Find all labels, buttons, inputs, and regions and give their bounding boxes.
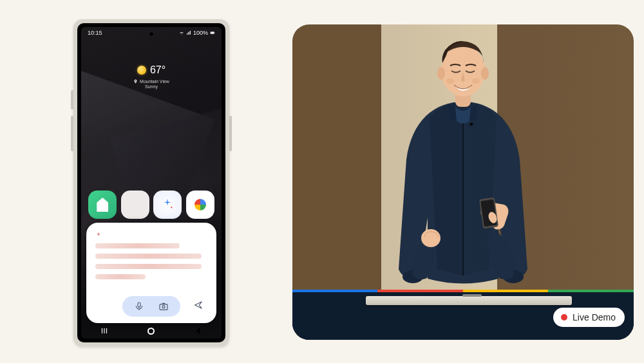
live-demo-badge: Live Demo bbox=[553, 308, 625, 327]
presenter-figure bbox=[366, 24, 560, 301]
nav-back-button[interactable] bbox=[193, 326, 204, 336]
svg-rect-3 bbox=[160, 304, 167, 310]
assistant-actions bbox=[95, 296, 207, 317]
record-dot-icon bbox=[561, 314, 567, 321]
weather-location: Mountain View bbox=[140, 79, 169, 84]
weather-widget[interactable]: 67° Mountain View Sunny bbox=[81, 64, 222, 89]
svg-point-16 bbox=[472, 79, 480, 84]
ai-assistant-app-icon[interactable] bbox=[153, 191, 182, 219]
health-app-icon[interactable] bbox=[88, 191, 117, 219]
live-demo-label: Live Demo bbox=[573, 312, 616, 322]
stage-panel: Live Demo bbox=[292, 24, 634, 340]
volume-down-button[interactable] bbox=[71, 116, 73, 151]
weather-condition: Sunny bbox=[81, 84, 222, 89]
camera-icon[interactable] bbox=[158, 301, 169, 312]
send-button[interactable] bbox=[193, 300, 204, 313]
phone-frame: 10:15 100% 67° Mountain View Su bbox=[73, 19, 229, 346]
mic-icon[interactable] bbox=[134, 301, 144, 312]
nav-home-button[interactable] bbox=[146, 326, 156, 336]
android-nav-bar bbox=[81, 324, 222, 337]
sparkle-icon bbox=[95, 232, 102, 238]
sun-icon bbox=[137, 66, 146, 75]
nav-recent-button[interactable] bbox=[99, 326, 109, 336]
assistant-card[interactable] bbox=[86, 223, 216, 323]
svg-point-4 bbox=[162, 306, 165, 308]
placeholder-text-line bbox=[95, 274, 146, 279]
svg-rect-1 bbox=[214, 32, 215, 33]
phone-body: 10:15 100% 67° Mountain View Su bbox=[77, 23, 225, 342]
input-pill[interactable] bbox=[122, 296, 180, 317]
placeholder-text-line bbox=[95, 254, 202, 259]
svg-point-13 bbox=[437, 67, 445, 80]
svg-rect-2 bbox=[138, 302, 140, 307]
placeholder-text-line bbox=[95, 243, 180, 248]
signal-icon bbox=[186, 30, 191, 35]
app-dock bbox=[81, 191, 222, 219]
location-pin-icon bbox=[133, 79, 138, 84]
status-bar: 10:15 100% bbox=[81, 30, 222, 36]
power-button[interactable] bbox=[229, 116, 232, 151]
svg-point-21 bbox=[470, 123, 473, 126]
svg-point-15 bbox=[446, 79, 454, 84]
phone-screen: 10:15 100% 67° Mountain View Su bbox=[81, 27, 222, 339]
settings-app-icon[interactable] bbox=[121, 191, 149, 219]
status-battery: 100% bbox=[193, 30, 208, 36]
placeholder-text-line bbox=[95, 264, 202, 269]
wifi-icon bbox=[179, 30, 184, 35]
svg-rect-0 bbox=[211, 32, 214, 33]
svg-point-14 bbox=[481, 67, 489, 80]
weather-temp: 67° bbox=[150, 64, 166, 76]
status-time: 10:15 bbox=[88, 30, 102, 36]
photos-app-icon[interactable] bbox=[186, 191, 214, 219]
volume-up-button[interactable] bbox=[71, 90, 73, 109]
battery-icon bbox=[210, 30, 215, 35]
